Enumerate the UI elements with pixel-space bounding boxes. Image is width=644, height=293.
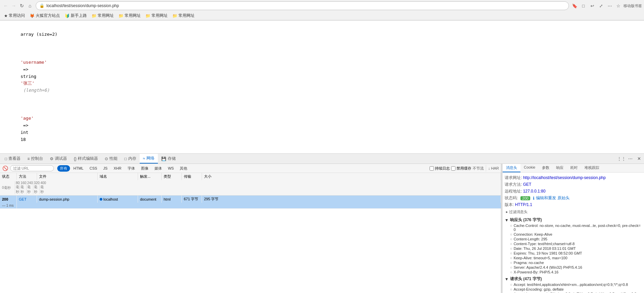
bookmark-changfang[interactable]: ★ 常用访问 [2,12,27,19]
filter-ws[interactable]: WS [165,166,177,171]
filter-other[interactable]: 其他 [177,165,190,172]
raw-header-link[interactable]: 原始头 [557,195,570,201]
nav-buttons: ← → ↻ ⌂ [2,2,34,9]
th-status[interactable]: 状态 [0,173,17,180]
code-arrow: => [21,67,31,72]
edit-resend-link[interactable]: 编辑和重发 [536,195,556,201]
code-line-2: 'username' => string '张三' (length=6) [5,45,639,101]
resp-header-pragma: ○ Pragma: no-cache [510,261,642,265]
bookmark-common4[interactable]: 📁 常用网址 [170,12,197,19]
devtools-split-btn[interactable]: ⋮⋮ [618,155,625,163]
tab-console[interactable]: ≡ 控制台 [24,154,46,163]
filter-css[interactable]: CSS [87,166,100,171]
th-size[interactable]: 大小 [202,173,501,180]
resp-header-keepalive: ○ Keep-Alive: timeout=5, max=100 [510,256,642,260]
th-domain[interactable]: 域名 [98,173,138,180]
code-key-username: 'username' [21,60,47,65]
home-button[interactable]: ⌂ [26,2,34,9]
bookmark-newuser[interactable]: 🔰 新手上路 [63,12,89,19]
header-text: Accept: text/html,application/xhtml+xm..… [514,283,628,287]
menu-btn[interactable]: ⋯ [606,2,613,9]
triangle-down-icon: ▼ [505,218,509,223]
new-tab-btn[interactable]: □ [580,2,587,9]
history-back-btn[interactable]: ↩ [588,2,596,9]
bookmarks-sidebar-btn[interactable]: 🔖 [571,2,578,9]
bullet-icon: ○ [510,283,512,287]
filter-fonts[interactable]: 字体 [125,165,138,172]
request-url-value: http://localhost/test/session/dump-sessi… [523,175,606,180]
th-type[interactable]: 类型 [162,173,182,180]
tab-performance[interactable]: ⊙ 性能 [101,154,121,163]
version-value: HTTP/1.1 [515,202,532,207]
tab-inspector[interactable]: □ 查看器 [1,154,24,163]
bookmark-icon: ★ [4,13,8,18]
th-transfer[interactable]: 传输 [182,173,202,180]
filter-tabs: 所有 HTML CSS JS XHR 字体 图像 媒体 WS 其他 [57,165,190,172]
header-text: Content-Type: text/html;charset=utf-8 [514,242,575,246]
network-toolbar-right: 持续日志 禁用缓存 不节流 ↓ HAR [430,165,499,172]
req-header-accept-encoding: ○ Accept-Encoding: gzip, deflate [510,287,642,291]
clear-network-btn[interactable]: 🚫 [2,165,8,171]
th-method[interactable]: 方法 [17,173,37,180]
filter-headers-toggle[interactable]: ▸ 过滤消息头 [505,209,642,215]
tab-style-editor[interactable]: {} 样式编辑器 [70,154,101,163]
detail-tab-timing[interactable]: 耗时 [567,164,581,172]
request-headers-toggle[interactable]: ▼ 请求头 (471 字节) [505,276,642,282]
disable-cache-check[interactable]: 禁用缓存 [451,166,471,171]
storage-icon: 💾 [161,156,166,161]
star-btn[interactable]: ☆ [615,2,622,9]
tab-debugger[interactable]: ⚙ 调试器 [46,154,70,163]
detail-tab-params[interactable]: 参数 [539,164,553,172]
console-icon: ≡ [27,156,30,161]
forward-button[interactable]: → [10,2,18,9]
filter-images[interactable]: 图像 [138,165,151,172]
network-row-1[interactable]: 200 GET dump-session.php localhost docum… [0,196,501,209]
th-trigger[interactable]: 触发... [138,173,162,180]
bookmark-common1[interactable]: 📁 常用网址 [90,12,116,19]
folder-icon: 📁 [92,13,97,18]
header-text: Server: Apache/2.4.4 (Win32) PHP/5.4.16 [514,265,582,269]
tab-label: 查看器 [8,156,21,162]
devtools: □ 查看器 ≡ 控制台 ⚙ 调试器 {} 样式编辑器 ⊙ 性能 □ 内存 [0,153,644,293]
header-text: Cache-Control: no-store, no-cache, must-… [514,224,642,232]
bullet-icon: ○ [510,251,512,255]
timeline-ticks-header: 0毫秒 80毫秒 160毫秒 240毫秒 320毫秒 400毫秒 [0,180,17,195]
detail-tab-stacktrace[interactable]: 堆栈跟踪 [581,164,603,172]
tab-memory[interactable]: □ 内存 [121,154,139,163]
folder-icon: 📁 [118,13,124,18]
back-button[interactable]: ← [2,2,9,9]
detail-tab-headers[interactable]: 消息头 [503,164,520,172]
persist-log-check[interactable]: 持续日志 [430,166,450,171]
response-headers-label: 响应头 (376 字节) [510,217,542,223]
response-headers-toggle[interactable]: ▼ 响应头 (376 字节) [505,217,642,223]
resp-header-server: ○ Server: Apache/2.4.4 (Win32) PHP/5.4.1… [510,265,642,269]
code-length: (length=6) [21,88,49,93]
filter-url-input[interactable] [10,165,54,171]
filter-all[interactable]: 所有 [57,165,70,172]
tab-storage[interactable]: 💾 存储 [158,154,179,163]
bookmark-common2[interactable]: 📁 常用网址 [116,12,143,19]
folder-icon: 📁 [145,13,150,18]
detail-tab-response[interactable]: 响应 [553,164,567,172]
filter-js[interactable]: JS [101,166,110,171]
filter-html[interactable]: HTML [71,166,86,171]
resize-btn[interactable]: ⤢ [597,2,605,9]
status-info-icon[interactable]: ℹ [533,196,535,201]
code-line-1: array (size=2) [5,24,639,45]
th-file[interactable]: 文件 [37,173,98,180]
detail-tab-cookies[interactable]: Cookie [520,164,539,172]
address-bar[interactable]: 🔒 localhost/test/session/dump-session.ph… [36,1,569,10]
bookmark-firefox[interactable]: 🦊 火狐官方站点 [28,12,62,19]
tick-400: 400毫秒 [39,181,46,194]
filter-media[interactable]: 媒体 [152,165,165,172]
bookmark-common3[interactable]: 📁 常用网址 [143,12,170,19]
bullet-icon: ○ [510,261,512,265]
header-text: Content-Length: 295 [514,237,547,241]
request-method-row: 请求方法: GET [505,182,642,187]
refresh-button[interactable]: ↻ [18,2,26,9]
devtools-more-btn[interactable]: ⋯ [626,155,634,163]
filter-xhr[interactable]: XHR [111,166,124,171]
devtools-close-btn[interactable]: ✕ [635,155,643,163]
filter-label: 过滤消息头 [509,209,528,214]
tab-network[interactable]: ≈ 网络 [140,154,158,164]
